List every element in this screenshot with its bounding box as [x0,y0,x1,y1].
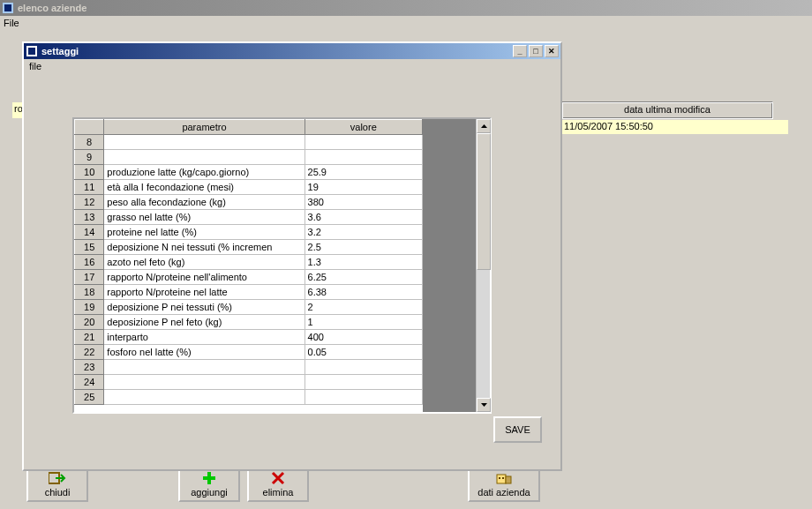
cell-parametro[interactable]: azoto nel feto (kg) [104,255,304,270]
grid-header-parametro[interactable]: parametro [104,120,304,135]
cell-parametro[interactable] [104,150,304,165]
table-row[interactable]: 15deposizione N nei tessuti (% incremen2… [75,240,423,255]
modal-titlebar[interactable]: settaggi _ □ ✕ [24,43,560,59]
table-row[interactable]: 22fosforo nel latte (%)0.05 [75,345,423,360]
row-header[interactable]: 10 [75,165,104,180]
table-row[interactable]: 14proteine nel latte (%)3.2 [75,225,423,240]
row-header[interactable]: 19 [75,300,104,315]
row-header[interactable]: 21 [75,330,104,345]
cell-valore[interactable]: 19 [304,180,422,195]
row-header[interactable]: 22 [75,345,104,360]
cell-valore[interactable]: 6.38 [304,285,422,300]
row-header[interactable]: 24 [75,375,104,390]
row-header[interactable]: 11 [75,180,104,195]
table-row[interactable]: 12peso alla fecondazione (kg)380 [75,195,423,210]
cell-valore[interactable]: 25.9 [304,165,422,180]
cell-valore[interactable]: 380 [304,195,422,210]
cell-parametro[interactable]: deposizione P nel feto (kg) [104,315,304,330]
cell-parametro[interactable]: rapporto N/proteine nell'alimento [104,270,304,285]
row-header[interactable]: 17 [75,270,104,285]
table-row[interactable]: 10produzione latte (kg/capo.giorno)25.9 [75,165,423,180]
row-header[interactable]: 23 [75,360,104,375]
table-row[interactable]: 23 [75,360,423,375]
grid-header-valore[interactable]: valore [304,120,422,135]
table-row[interactable]: 24 [75,375,423,390]
cell-valore[interactable]: 0.05 [304,345,422,360]
plus-icon [199,470,219,486]
cell-parametro[interactable] [104,375,304,390]
table-row[interactable]: 21interparto400 [75,330,423,345]
svg-rect-1 [4,4,11,11]
delete-icon [268,470,288,486]
row-header[interactable]: 15 [75,240,104,255]
cell-valore[interactable] [304,135,422,150]
table-row[interactable]: 17rapporto N/proteine nell'alimento6.25 [75,270,423,285]
row-header[interactable]: 14 [75,225,104,240]
modal-menu-file[interactable]: file [24,59,560,73]
cell-valore[interactable] [304,150,422,165]
cell-parametro[interactable]: età alla I fecondazione (mesi) [104,180,304,195]
table-row[interactable]: 8 [75,135,423,150]
table-row[interactable]: 18rapporto N/proteine nel latte6.38 [75,285,423,300]
cell-valore[interactable]: 3.6 [304,210,422,225]
table-row[interactable]: 20deposizione P nel feto (kg)1 [75,315,423,330]
outer-titlebar[interactable]: elenco aziende [0,0,812,16]
grid-scrollbar[interactable] [476,119,490,412]
cell-parametro[interactable]: produzione latte (kg/capo.giorno) [104,165,304,180]
bg-header-label: data ultima modifica [624,104,710,115]
table-row[interactable]: 16azoto nel feto (kg)1.3 [75,255,423,270]
cell-valore[interactable] [304,375,422,390]
maximize-button[interactable]: □ [529,45,543,57]
scroll-thumb[interactable] [477,133,491,270]
svg-rect-8 [502,477,504,479]
save-button[interactable]: SAVE [493,416,542,443]
table-row[interactable]: 25 [75,390,423,405]
table-row[interactable]: 19deposizione P nei tessuti (%)2 [75,300,423,315]
cell-parametro[interactable]: deposizione N nei tessuti (% incremen [104,240,304,255]
cell-parametro[interactable]: rapporto N/proteine nel latte [104,285,304,300]
scroll-up-button[interactable] [477,119,491,133]
bg-header-ultima-modifica[interactable]: data ultima modifica [561,101,773,119]
cell-valore[interactable]: 3.2 [304,225,422,240]
cell-valore[interactable] [304,390,422,405]
row-header[interactable]: 13 [75,210,104,225]
cell-valore[interactable]: 2.5 [304,240,422,255]
row-header[interactable]: 25 [75,390,104,405]
close-button[interactable]: ✕ [545,45,559,57]
row-header[interactable]: 12 [75,195,104,210]
table-row[interactable]: 13grasso nel latte (%)3.6 [75,210,423,225]
modal-title: settaggi [41,46,79,56]
cell-valore[interactable]: 1.3 [304,255,422,270]
elimina-label: elimina [263,487,294,498]
cell-valore[interactable]: 1 [304,315,422,330]
cell-parametro[interactable]: fosforo nel latte (%) [104,345,304,360]
outer-content: File ro data ultima modifica 11/05/2007 … [0,16,812,509]
scroll-down-button[interactable] [477,398,491,412]
grid-corner[interactable] [75,120,104,135]
cell-parametro[interactable] [104,135,304,150]
row-header[interactable]: 20 [75,315,104,330]
cell-parametro[interactable]: peso alla fecondazione (kg) [104,195,304,210]
cell-parametro[interactable] [104,390,304,405]
dati-azienda-label: dati azienda [477,487,530,498]
row-header[interactable]: 16 [75,255,104,270]
row-header[interactable]: 9 [75,150,104,165]
exit-icon [48,470,67,486]
grid-body[interactable]: parametro valore 8910produzione latte (k… [74,119,423,412]
cell-parametro[interactable]: interparto [104,330,304,345]
cell-valore[interactable]: 6.25 [304,270,422,285]
svg-rect-5 [497,475,506,483]
cell-valore[interactable]: 2 [304,300,422,315]
cell-valore[interactable] [304,360,422,375]
table-row[interactable]: 11età alla I fecondazione (mesi)19 [75,180,423,195]
cell-parametro[interactable]: deposizione P nei tessuti (%) [104,300,304,315]
row-header[interactable]: 8 [75,135,104,150]
cell-parametro[interactable]: grasso nel latte (%) [104,210,304,225]
cell-valore[interactable]: 400 [304,330,422,345]
cell-parametro[interactable] [104,360,304,375]
minimize-button[interactable]: _ [513,45,527,57]
cell-parametro[interactable]: proteine nel latte (%) [104,225,304,240]
row-header[interactable]: 18 [75,285,104,300]
table-row[interactable]: 9 [75,150,423,165]
outer-menu-file[interactable]: File [0,16,812,30]
